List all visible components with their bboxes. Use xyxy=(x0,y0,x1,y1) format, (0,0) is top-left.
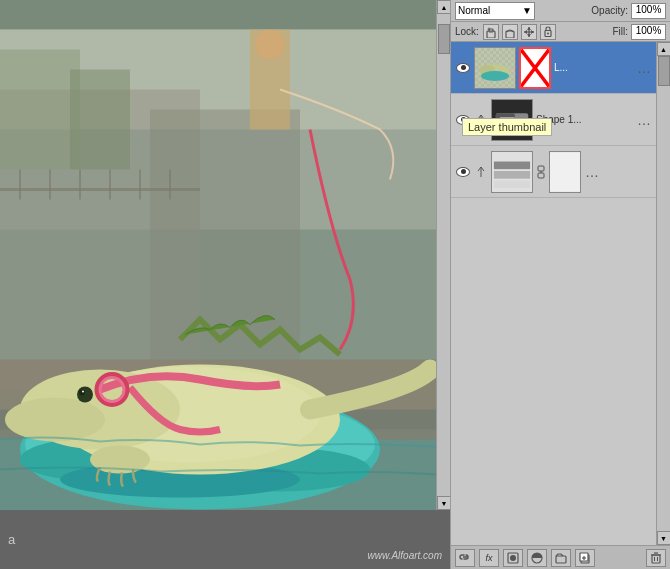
layer-name: Shape 1... xyxy=(536,114,633,125)
app-container: a www.Alfoart.com ▲ ▼ Normal ▼ Opacity: … xyxy=(0,0,670,569)
layer-link-icon xyxy=(474,165,488,179)
svg-rect-75 xyxy=(556,556,566,563)
canvas-area: a www.Alfoart.com ▲ ▼ xyxy=(0,0,450,569)
eye-icon xyxy=(456,115,470,125)
svg-rect-60 xyxy=(496,113,515,126)
scrollbar-thumb[interactable] xyxy=(438,24,450,54)
eye-pupil xyxy=(461,169,466,174)
layers-list: L... … xyxy=(451,42,656,545)
delete-layer-btn[interactable] xyxy=(646,549,666,567)
canvas-scrollbar[interactable]: ▲ ▼ xyxy=(436,0,450,510)
svg-point-19 xyxy=(79,390,85,396)
svg-rect-68 xyxy=(538,173,544,178)
opacity-control: Opacity: 100% xyxy=(591,3,666,19)
panel-scroll-thumb[interactable] xyxy=(658,56,670,86)
new-adjustment-btn[interactable] xyxy=(527,549,547,567)
scroll-up-arrow[interactable]: ▲ xyxy=(437,0,450,14)
svg-marker-42 xyxy=(527,34,531,37)
layer-thumbnail[interactable] xyxy=(491,151,533,193)
svg-rect-66 xyxy=(494,180,530,188)
link-layers-btn[interactable] xyxy=(455,549,475,567)
watermark: www.Alfoart.com xyxy=(368,550,442,561)
layer-name: L... xyxy=(554,62,633,73)
svg-marker-44 xyxy=(531,30,534,34)
layer-thumbnail[interactable] xyxy=(474,47,516,89)
svg-rect-65 xyxy=(494,171,530,179)
layer-item[interactable]: Shape 1... … xyxy=(451,94,656,146)
eye-pupil xyxy=(461,117,466,122)
svg-rect-80 xyxy=(652,555,660,563)
svg-point-20 xyxy=(82,391,84,393)
canvas-label: a xyxy=(8,532,15,547)
svg-point-18 xyxy=(77,387,93,403)
eye-pupil xyxy=(461,65,466,70)
scroll-down-arrow[interactable]: ▼ xyxy=(437,496,450,510)
svg-rect-27 xyxy=(70,70,130,170)
layer-visibility-toggle[interactable] xyxy=(455,112,471,128)
svg-point-55 xyxy=(481,71,509,81)
eye-icon xyxy=(456,167,470,177)
svg-rect-67 xyxy=(538,166,544,171)
layer-item[interactable]: … xyxy=(451,146,656,198)
panel-scroll-down[interactable]: ▼ xyxy=(657,531,671,545)
fill-control: Fill: 100% xyxy=(612,24,666,40)
layer-options-btn[interactable]: … xyxy=(584,164,600,180)
blend-mode-chevron: ▼ xyxy=(522,5,532,16)
lock-all-btn[interactable] xyxy=(540,24,556,40)
panel-scroll-track xyxy=(657,56,670,531)
svg-point-46 xyxy=(547,33,549,35)
lock-label: Lock: xyxy=(455,26,479,37)
layer-chain-icon xyxy=(536,165,546,179)
new-layer-btn[interactable] xyxy=(575,549,595,567)
eye-icon xyxy=(456,63,470,73)
lock-image-btn[interactable] xyxy=(502,24,518,40)
lock-fill-toolbar: Lock: xyxy=(451,22,670,42)
layers-content: L... … xyxy=(451,42,670,545)
blend-mode-dropdown[interactable]: Normal ▼ xyxy=(455,2,535,20)
lock-position-btn[interactable] xyxy=(521,24,537,40)
svg-rect-64 xyxy=(494,161,530,169)
add-mask-btn[interactable] xyxy=(503,549,523,567)
svg-point-25 xyxy=(255,30,285,60)
svg-rect-62 xyxy=(500,120,511,122)
layer-options-btn[interactable]: … xyxy=(636,112,652,128)
fill-label: Fill: xyxy=(612,26,628,37)
svg-point-17 xyxy=(5,398,105,442)
layer-thumbnail[interactable] xyxy=(491,99,533,141)
opacity-label: Opacity: xyxy=(591,5,628,16)
svg-rect-70 xyxy=(550,152,580,191)
blend-mode-value: Normal xyxy=(458,5,490,16)
layer-link-icon xyxy=(474,113,488,127)
layers-panel-scrollbar[interactable]: ▲ ▼ xyxy=(656,42,670,545)
layers-actions-bar: fx xyxy=(451,545,670,569)
layer-options-btn[interactable]: … xyxy=(636,60,652,76)
blend-opacity-toolbar: Normal ▼ Opacity: 100% xyxy=(451,0,670,22)
lock-transparent-btn[interactable] xyxy=(483,24,499,40)
svg-marker-41 xyxy=(527,27,531,30)
layer-fx-btn[interactable]: fx xyxy=(479,549,499,567)
layer-thumb-content xyxy=(475,48,515,88)
layers-panel: Normal ▼ Opacity: 100% Lock: xyxy=(450,0,670,569)
layer-item[interactable]: L... … xyxy=(451,42,656,94)
fill-input[interactable]: 100% xyxy=(631,24,666,40)
new-group-btn[interactable] xyxy=(551,549,571,567)
layer-visibility-toggle[interactable] xyxy=(455,60,471,76)
opacity-input[interactable]: 100% xyxy=(631,3,666,19)
svg-point-73 xyxy=(510,555,516,561)
svg-rect-61 xyxy=(500,117,515,119)
layer-mask-thumbnail[interactable] xyxy=(519,47,551,89)
svg-marker-43 xyxy=(524,30,527,34)
lock-icons-group xyxy=(483,24,556,40)
svg-rect-26 xyxy=(0,50,80,170)
layer-visibility-toggle[interactable] xyxy=(455,164,471,180)
layer-mask-thumbnail[interactable] xyxy=(549,151,581,193)
panel-scroll-up[interactable]: ▲ xyxy=(657,42,671,56)
